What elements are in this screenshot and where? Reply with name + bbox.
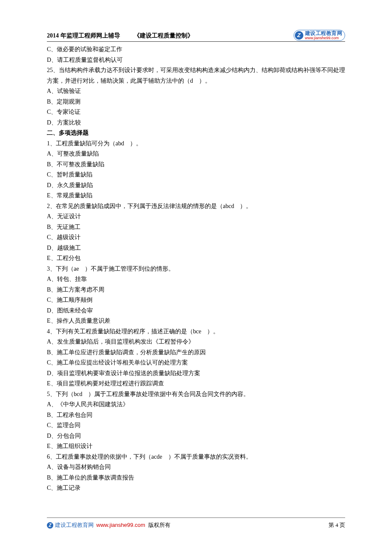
text-line: C、施工顺序颠倒	[47, 295, 345, 306]
site-logo: Z 建设工程教育网 www.jianshe99.com	[294, 30, 346, 41]
page-footer: Z 建设工程教育网 www.jianshe99.com 版权所有 第 4 页	[47, 517, 345, 530]
section-heading: 二、多项选择题	[47, 128, 345, 139]
text-line: C、暂时质量缺陷	[47, 170, 345, 180]
text-line: B、工程承包合同	[47, 410, 345, 421]
text-line: A、试验验证	[47, 86, 345, 97]
text-line: 4、下列有关工程质量缺陷处理的程序，描述正确的是（bce ）。	[47, 327, 345, 337]
logo-site-name: 建设工程教育网	[305, 31, 343, 36]
text-line: C、施工单位应提出经设计等相关单位认可的处理方案	[47, 358, 345, 368]
text-line: A、无证设计	[47, 211, 345, 222]
text-line: D、方案比较	[47, 118, 345, 128]
text-line: 3、下列（ae ）不属于施工管理不到位的情形。	[47, 264, 345, 275]
logo-z-icon: Z	[295, 31, 303, 40]
logo-text-group: 建设工程教育网 www.jianshe99.com	[305, 31, 343, 40]
text-line: A、转包、挂靠	[47, 274, 345, 285]
text-line: C、施工记录	[47, 483, 345, 494]
text-line: 5、下列（bcd ）属于工程质量事故处理依据中有关合同及合同文件的内容。	[47, 389, 345, 400]
footer-z-icon: Z	[47, 522, 53, 529]
text-line: B、不可整改质量缺陷	[47, 159, 345, 170]
logo-site-url: www.jianshe99.com	[305, 36, 343, 40]
text-line: C、监理合同	[47, 420, 345, 431]
header-title-group: 2014 年监理工程师网上辅导 《建设工程质量控制》	[47, 31, 193, 41]
text-line: C、越级设计	[47, 232, 345, 243]
text-line: E、施工组织设计	[47, 441, 345, 452]
text-line: E、常规质量缺陷	[47, 191, 345, 201]
text-line: A、可整改质量缺陷	[47, 149, 345, 159]
header-year-title: 2014 年监理工程师网上辅导	[47, 31, 120, 41]
text-line: C、专家论证	[47, 107, 345, 118]
text-line: D、请工程质量监督机构认可	[47, 55, 345, 66]
text-line: A、《中华人民共和国建筑法》	[47, 399, 345, 410]
text-line: D、项目监理机构要审查设计单位报送的质量缺陷处理方案	[47, 368, 345, 379]
footer-site-name: 建设工程教育网	[55, 520, 94, 530]
text-line: E、项目监理机构要对处理过程进行跟踪调查	[47, 379, 345, 389]
text-line: 2、在常见的质量缺陷成因中，下列属于违反法律法规的情形的是（abcd ）。	[47, 201, 345, 212]
text-line: D、图纸未经会审	[47, 306, 345, 316]
page-number: 第 4 页	[329, 520, 345, 530]
text-line: B、无证施工	[47, 222, 345, 233]
footer-left-group: Z 建设工程教育网 www.jianshe99.com 版权所有	[47, 520, 170, 530]
text-line: D、分包合同	[47, 431, 345, 442]
text-line: A、设备与器材购销合同	[47, 462, 345, 473]
text-line: E、工程分包	[47, 253, 345, 264]
page-header: 2014 年监理工程师网上辅导 《建设工程质量控制》 Z 建设工程教育网 www…	[47, 30, 345, 42]
header-book-title: 《建设工程质量控制》	[134, 31, 193, 41]
text-line: 6、工程质量事故处理的依据中，下列（acde ）不属于质量事故的实况资料。	[47, 452, 345, 462]
footer-site-url: www.jianshe99.com	[96, 520, 145, 530]
text-line: B、施工单位的质量事故调查报告	[47, 473, 345, 483]
document-body: C、做必要的试验和鉴定工作 D、请工程质量监督机构认可 25、当结构构件承载力达…	[47, 44, 345, 494]
text-line: 25、当结构构件承载力达不到设计要求时，可采用改变结构构造来减少结构内力、结构卸…	[47, 65, 345, 86]
text-line: B、施工单位应进行质量缺陷调查，分析质量缺陷产生的原因	[47, 347, 345, 358]
text-line: D、永久质量缺陷	[47, 180, 345, 191]
text-line: D、越级施工	[47, 243, 345, 254]
text-line: E、操作人员质量意识差	[47, 316, 345, 327]
text-line: C、做必要的试验和鉴定工作	[47, 44, 345, 55]
text-line: 1、工程质量缺陷可分为（abd ）。	[47, 139, 345, 149]
footer-copyright: 版权所有	[148, 520, 170, 530]
text-line: B、施工方案考虑不周	[47, 285, 345, 295]
text-line: A、发生质量缺陷后，项目监理机构发出《工程暂停令》	[47, 337, 345, 347]
text-line: B、定期观测	[47, 97, 345, 107]
